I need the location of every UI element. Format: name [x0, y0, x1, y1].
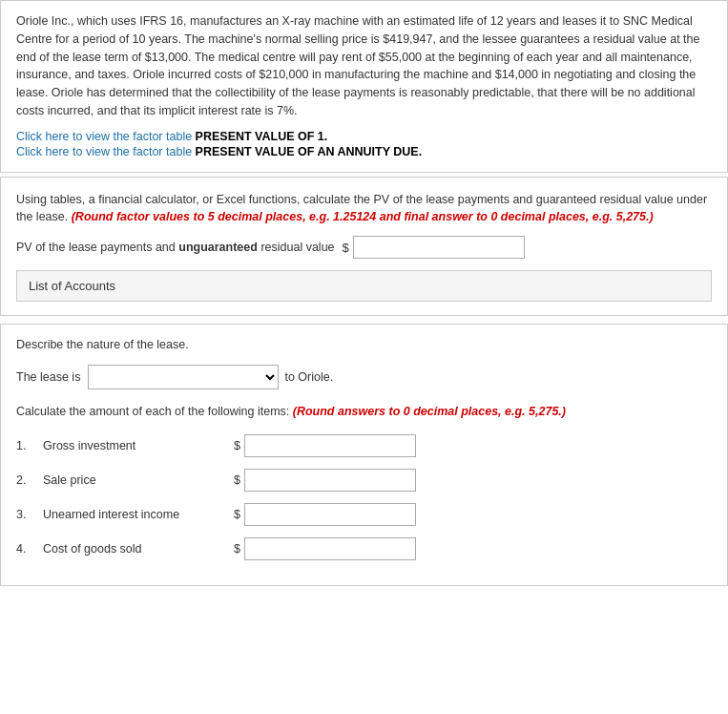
lease-nature-row: The lease is a finance lease an operatin…	[16, 365, 712, 389]
nature-instruction: Describe the nature of the lease.	[16, 338, 712, 351]
item-name-4: Cost of goods sold	[43, 542, 234, 556]
pv-input-row: PV of the lease payments and unguarantee…	[16, 236, 712, 259]
item-number-4: 4.	[16, 542, 43, 556]
intro-section: Oriole Inc., which uses IFRS 16, manufac…	[0, 0, 728, 173]
pvannuity-link[interactable]: Click here to view the factor table PRES…	[16, 145, 712, 158]
item-dollar-3: $	[234, 508, 240, 521]
item-number-1: 1.	[16, 439, 43, 452]
pv-label: PV of the lease payments and unguarantee…	[16, 241, 335, 254]
pv-input[interactable]	[353, 236, 525, 259]
item-input-1[interactable]	[244, 434, 416, 457]
pv1-link[interactable]: Click here to view the factor table PRES…	[16, 130, 712, 143]
item-name-3: Unearned interest income	[43, 508, 234, 521]
part-a-round-note: (Round factor values to 5 decimal places…	[72, 210, 654, 223]
item-row-4: 4. Cost of goods sold $	[16, 537, 712, 560]
item-dollar-2: $	[234, 473, 240, 487]
item-input-2[interactable]	[244, 469, 416, 492]
lease-type-select[interactable]: a finance lease an operating lease a sal…	[88, 365, 279, 389]
items-table: 1. Gross investment $ 2. Sale price $ 3.…	[16, 434, 712, 560]
item-number-2: 2.	[16, 473, 43, 487]
to-oriole-text: to Oriole.	[284, 370, 333, 384]
pv1-link-text: Click here to view the factor table	[16, 130, 192, 143]
factor-table-links: Click here to view the factor table PRES…	[16, 130, 712, 158]
part-a-instruction: Using tables, a financial calculator, or…	[16, 191, 712, 227]
item-row-3: 3. Unearned interest income $	[16, 503, 712, 526]
pv1-link-label: PRESENT VALUE OF 1.	[196, 130, 328, 143]
item-row-2: 2. Sale price $	[16, 469, 712, 492]
calc-instruction: Calculate the amount of each of the foll…	[16, 403, 712, 421]
pvannuity-link-text: Click here to view the factor table	[16, 145, 192, 158]
item-input-3[interactable]	[244, 503, 416, 526]
intro-paragraph: Oriole Inc., which uses IFRS 16, manufac…	[16, 12, 712, 120]
list-of-accounts-label: List of Accounts	[29, 279, 115, 293]
item-row-1: 1. Gross investment $	[16, 434, 712, 457]
pv-dollar-sign: $	[343, 241, 349, 255]
part-a-section: Using tables, a financial calculator, or…	[0, 177, 728, 317]
part-b-section: Describe the nature of the lease. The le…	[0, 324, 728, 586]
item-dollar-1: $	[234, 439, 240, 452]
part-b-round-note: (Round answers to 0 decimal places, e.g.…	[293, 405, 566, 418]
list-of-accounts-bar[interactable]: List of Accounts	[16, 270, 712, 302]
item-input-4[interactable]	[244, 537, 416, 560]
item-name-1: Gross investment	[43, 439, 234, 452]
lease-label: The lease is	[16, 370, 80, 384]
pvannuity-link-label: PRESENT VALUE OF AN ANNUITY DUE.	[196, 145, 423, 158]
item-number-3: 3.	[16, 508, 43, 521]
item-name-2: Sale price	[43, 473, 234, 487]
item-dollar-4: $	[234, 542, 240, 556]
